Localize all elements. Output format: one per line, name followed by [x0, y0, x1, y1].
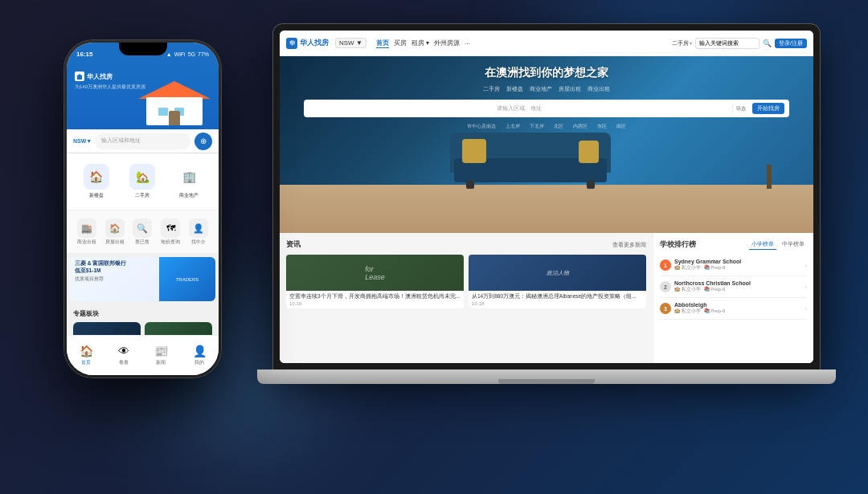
region-east[interactable]: 东区 [594, 122, 610, 131]
website-nav: 华 华人找房 NSW ▼ 首页 买房 租房 ▾ 外州房源 ... [280, 31, 813, 56]
svg-rect-0 [77, 76, 82, 80]
nav-links: 首页 买房 租房 ▾ 外州房源 ... [376, 39, 470, 48]
school-chevron-1: › [805, 262, 807, 269]
region-lower-north[interactable]: 下北岸 [526, 122, 547, 131]
hero-region-tags: 市中心及南边 上北岸 下北岸 北区 内西区 东区 南区 [280, 122, 813, 131]
hero-tab-new[interactable]: 新楼盘 [506, 85, 523, 93]
site-logo[interactable]: 华 华人找房 [286, 38, 329, 49]
phone-sec-land[interactable]: 🗺 地价查询 [161, 218, 180, 245]
phone-status-icons: ▲ WiFi 5G 77% [166, 51, 209, 57]
school-details-2: 🏫 私立小学 📚 Prep-6 [674, 286, 801, 293]
news-image-1: forLease [286, 255, 464, 291]
hero-sofa-decoration [450, 133, 611, 189]
phone-5g-icon: 5G [188, 51, 195, 57]
nav-search-input[interactable]: 输入关键词搜索 [695, 38, 760, 49]
region-south[interactable]: 南区 [613, 122, 629, 131]
phone-wifi-icon: WiFi [174, 51, 186, 57]
laptop-base [257, 369, 836, 384]
phone-time: 16:15 [76, 51, 92, 58]
phone-secondary-categories: 🏬 商业出租 🏠 房屋出租 🔍 查已售 🗺 地价查询 [67, 210, 219, 254]
phone-location-selector[interactable]: NSW▼ [73, 138, 92, 144]
nav-link-more[interactable]: ... [465, 39, 470, 48]
phone-sec-agent[interactable]: 👤 找中介 [189, 218, 208, 245]
school-name-1: Sydney Grammar School [674, 259, 801, 264]
phone-sec-sold[interactable]: 🔍 查已售 [133, 218, 152, 245]
nav-browse-icon: 👁 [118, 345, 129, 357]
phone-cat-new-homes[interactable]: 🏠 新楼盘 [84, 164, 109, 199]
phone-cat-second-hand[interactable]: 🏡 二手房 [129, 164, 155, 199]
phone-sec-biz-rental[interactable]: 🏬 商业出租 [77, 218, 96, 245]
site-bottom: 资讯 查看更多新闻 forLease 空置率连续3个月下滑，开发商拥抱高端市场！… [280, 233, 813, 363]
featured-card-off-market[interactable]: OFF-Market独家房源 [73, 322, 141, 335]
nav-link-home[interactable]: 首页 [376, 39, 389, 48]
hero-tabs: 二手房 新楼盘 商业地产 房屋出租 商业出租 [280, 85, 813, 93]
nav-news-label: 新闻 [156, 359, 166, 366]
hero-tab-second-hand[interactable]: 二手房 [483, 85, 500, 93]
nav-search-icon[interactable]: 🔍 [763, 39, 772, 47]
map-icon: ⊕ [200, 137, 207, 145]
region-center[interactable]: 市中心及南边 [464, 122, 499, 131]
phone-hero-house [138, 81, 211, 125]
house-body [146, 97, 203, 125]
nav-profile-label: 我的 [194, 359, 204, 366]
ad-title: 三菱 & 富国联邦银行低至$1-1M [75, 260, 154, 275]
phone-search-bar: NSW▼ 输入区域和地址 ⊕ [67, 129, 219, 153]
school-details-3: 🏫 私立小学 📚 Prep-6 [674, 308, 801, 315]
website-content: 华 华人找房 NSW ▼ 首页 买房 租房 ▾ 外州房源 ... [280, 31, 813, 363]
hero-search-input[interactable]: 请输入区域、地址 [309, 104, 729, 112]
featured-card-dadi[interactable]: 大地旧房/双拼开发 [145, 322, 212, 335]
phone-nav-profile[interactable]: 👤 我的 [193, 345, 207, 366]
phone-hero: 华人找房 为140万澳洲华人提供最优质房源 [67, 65, 219, 129]
phone-bottom-nav: 🏠 首页 👁 看看 📰 新闻 👤 我的 [67, 335, 219, 375]
schools-header: 学校排行榜 小学榜单 中学榜单 [660, 239, 807, 250]
nav-link-overseas[interactable]: 外州房源 [434, 39, 460, 48]
schools-title: 学校排行榜 [660, 239, 696, 250]
sold-label: 查已售 [135, 239, 149, 245]
school-info-1: Sydney Grammar School 🏫 私立小学 📚 Prep-6 [674, 259, 801, 271]
phone-nav-browse[interactable]: 👁 看看 [118, 345, 129, 366]
phone-search-input[interactable]: 输入区域和地址 [95, 133, 191, 149]
phone-inner: 16:15 ▲ WiFi 5G 77% [67, 43, 219, 375]
hero-tab-biz-rental[interactable]: 商业出租 [588, 85, 610, 93]
school-info-3: Abbotsleigh 🏫 私立小学 📚 Prep-6 [674, 302, 801, 315]
phone-nav-news[interactable]: 📰 新闻 [154, 345, 168, 366]
logo-text: 华人找房 [300, 38, 329, 48]
home-rental-label: 房屋出租 [105, 239, 125, 245]
school-item[interactable]: 1 Sydney Grammar School 🏫 私立小学 📚 Prep-6 … [660, 255, 807, 276]
laptop-screen: 华 华人找房 NSW ▼ 首页 买房 租房 ▾ 外州房源 ... [273, 24, 820, 369]
hero-tab-commercial[interactable]: 商业地产 [530, 85, 552, 93]
school-chevron-2: › [805, 284, 807, 291]
phone-cat-commercial[interactable]: 🏢 商业地产 [176, 164, 202, 199]
hero-title: 在澳洲找到你的梦想之家 [280, 66, 813, 80]
hero-search-btn[interactable]: 开始找房 [752, 103, 784, 114]
region-inner-west[interactable]: 内西区 [570, 122, 591, 131]
news-item[interactable]: 政治人物 从14万到880万澳元：揭秘澳洲总理Albanese的地产投资策略（组… [469, 255, 646, 308]
location-selector[interactable]: NSW ▼ [335, 38, 366, 48]
school-item[interactable]: 2 Northcross Christian School 🏫 私立小学 📚 P… [660, 276, 807, 298]
school-item[interactable]: 3 Abbotsleigh 🏫 私立小学 📚 Prep-6 › [660, 298, 807, 320]
news-date-1: 10-18 [289, 301, 461, 306]
school-tab-secondary[interactable]: 中学榜单 [780, 240, 807, 250]
phone-nav-home[interactable]: 🏠 首页 [80, 345, 93, 366]
phone-sec-home-rental[interactable]: 🏠 房屋出租 [105, 218, 125, 245]
nav-login-btn[interactable]: 登录/注册 [775, 39, 807, 48]
nav-link-rent[interactable]: 租房 ▾ [411, 39, 429, 48]
hero-tab-rental[interactable]: 房屋出租 [559, 85, 581, 93]
nav-dropdown-type[interactable]: 二手房 ▾ [672, 39, 692, 47]
hero-search-filter[interactable]: 筛选 [732, 104, 749, 113]
region-upper-north[interactable]: 上北岸 [502, 122, 523, 131]
news-text-1: 空置率连续3个月下滑，开发商拥抱高端市场！澳洲租赁危机尚未完... [289, 293, 461, 300]
news-item[interactable]: forLease 空置率连续3个月下滑，开发商拥抱高端市场！澳洲租赁危机尚未完.… [286, 255, 464, 308]
phone-notch [119, 43, 167, 55]
school-rank-1: 1 [660, 259, 671, 271]
second-hand-icon: 🏡 [129, 164, 155, 190]
region-north[interactable]: 北区 [551, 122, 567, 131]
news-more-link[interactable]: 查看更多新闻 [612, 241, 646, 249]
phone-map-button[interactable]: ⊕ [194, 133, 212, 150]
school-tab-primary[interactable]: 小学榜单 [749, 240, 776, 250]
news-header: 资讯 查看更多新闻 [286, 239, 646, 250]
ad-logo: TRADERS [176, 277, 199, 282]
phone-ad-banner[interactable]: 三菱 & 富国联邦银行低至$1-1M 优质项目推荐 TRADERS [70, 257, 215, 301]
nav-link-buy[interactable]: 买房 [394, 39, 407, 48]
second-hand-label: 二手房 [135, 192, 149, 199]
